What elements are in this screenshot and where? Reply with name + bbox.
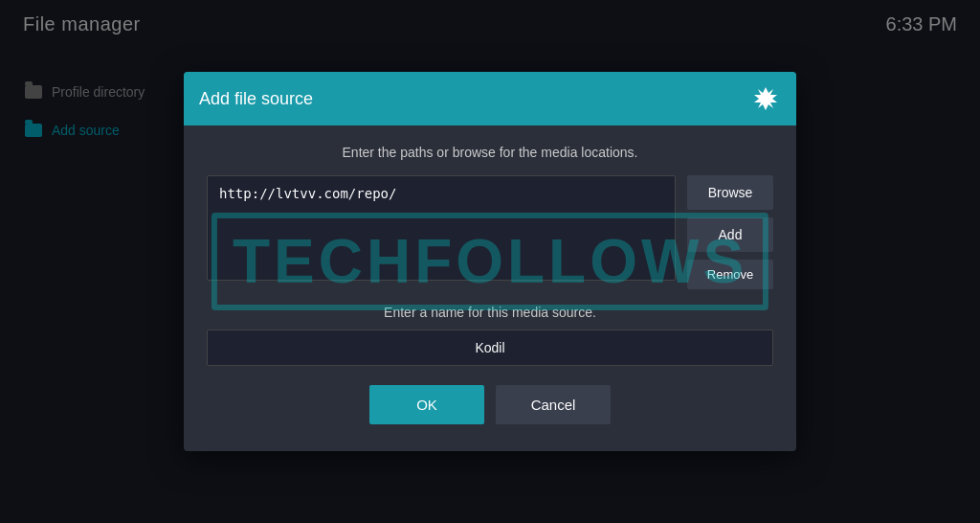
- browse-button[interactable]: Browse: [687, 175, 773, 210]
- path-section: Browse Add Remove: [207, 175, 773, 289]
- kodi-icon-svg: [752, 85, 779, 112]
- dialog-title: Add file source: [199, 89, 313, 109]
- dialog-header: Add file source: [184, 72, 796, 125]
- add-file-source-dialog: Add file source Enter the paths or brows…: [184, 72, 796, 451]
- dialog-body: Enter the paths or browse for the media …: [184, 125, 796, 451]
- remove-button[interactable]: Remove: [687, 260, 773, 289]
- cancel-button[interactable]: Cancel: [496, 385, 611, 424]
- modal-overlay: Add file source Enter the paths or brows…: [0, 0, 980, 523]
- path-input[interactable]: [207, 175, 676, 281]
- path-textarea-wrapper: [207, 175, 676, 289]
- path-buttons: Browse Add Remove: [687, 175, 773, 289]
- kodi-logo: [750, 83, 781, 114]
- name-instruction: Enter a name for this media source.: [207, 305, 773, 320]
- dialog-actions: OK Cancel: [207, 385, 773, 432]
- svg-marker-0: [754, 87, 777, 110]
- path-instruction: Enter the paths or browse for the media …: [207, 145, 773, 160]
- ok-button[interactable]: OK: [369, 385, 484, 424]
- add-button[interactable]: Add: [687, 217, 773, 252]
- source-name-input[interactable]: [207, 330, 773, 366]
